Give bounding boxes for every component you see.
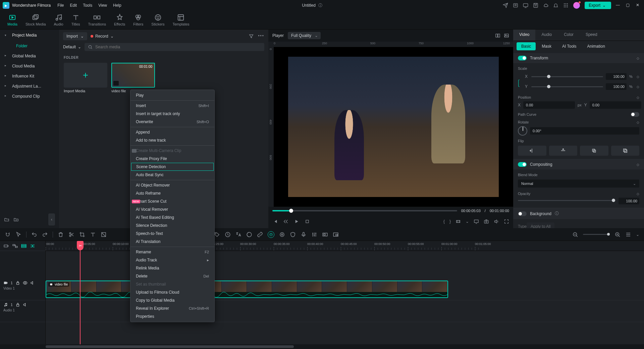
info-icon[interactable]: ⓘ	[555, 211, 559, 216]
ctx-item[interactable]: Copy to Global Media	[130, 296, 214, 304]
ctx-item[interactable]: Upload to Filmora Cloud	[130, 288, 214, 296]
tab-filters[interactable]: Filters	[130, 12, 146, 28]
subtab-basic[interactable]: Basic	[517, 42, 536, 50]
sidebar-item-global[interactable]: ▸Global Media	[0, 51, 59, 61]
scrub-handle[interactable]	[289, 209, 293, 213]
ctx-item[interactable]: AI Object Remover	[130, 181, 214, 189]
media-clip-thumbnail[interactable]: 00:01:00	[111, 63, 155, 88]
close-icon[interactable]: ✕	[636, 3, 641, 8]
display-icon[interactable]	[523, 3, 528, 8]
collapse-sidebar-button[interactable]: ‹	[48, 213, 55, 226]
lock-icon[interactable]	[15, 302, 20, 307]
view-mode-icon[interactable]	[625, 232, 631, 238]
zoom-slider[interactable]	[583, 234, 610, 235]
ctx-item[interactable]: Silence Detection	[130, 221, 214, 230]
mic-icon[interactable]	[301, 232, 307, 238]
ctx-item[interactable]: Create Proxy File	[130, 155, 214, 163]
snapshot-icon[interactable]	[484, 219, 489, 224]
mark-in-icon[interactable]: {	[443, 219, 445, 224]
magnet-icon[interactable]	[5, 232, 11, 238]
inspector-tab-video[interactable]: Video	[513, 30, 535, 41]
ctx-item[interactable]: AI Vocal Remover	[130, 205, 214, 213]
color-icon[interactable]	[246, 232, 252, 238]
opacity-slider[interactable]	[518, 200, 615, 201]
import-dropdown[interactable]: Import⌄	[63, 32, 87, 40]
position-x-input[interactable]	[523, 101, 575, 109]
volume-icon[interactable]	[494, 219, 499, 224]
sidebar-item-cloud[interactable]: ▸Cloud Media	[0, 61, 59, 71]
sidebar-item-compound[interactable]: ▸Compound Clip	[0, 91, 59, 101]
translate-icon[interactable]	[235, 232, 241, 238]
menu-view[interactable]: View	[98, 3, 107, 8]
settings-caret-icon[interactable]: ⌄	[466, 219, 469, 224]
apps-icon[interactable]	[563, 3, 569, 8]
ctx-item[interactable]: AI Text Based Editing	[130, 213, 214, 221]
picture-icon[interactable]	[504, 33, 509, 38]
clip-settings-icon[interactable]	[455, 219, 461, 224]
ctx-item[interactable]: NEWSmart Scene Cut	[130, 197, 214, 205]
keyframe-icon[interactable]: ◇	[637, 75, 639, 79]
compositing-header[interactable]: Compositing ◇	[513, 159, 644, 169]
save-icon[interactable]	[533, 3, 538, 8]
ctx-item[interactable]: Append	[130, 128, 214, 136]
mixer-icon[interactable]	[311, 232, 317, 238]
target-icon[interactable]	[279, 232, 285, 238]
tab-audio[interactable]: Audio	[51, 12, 66, 28]
prev-frame-icon[interactable]	[272, 219, 278, 224]
ctx-item[interactable]: InsertShift+I	[130, 102, 214, 110]
timeline-clip[interactable]: video file	[46, 281, 448, 298]
info-icon[interactable]: ⓘ	[318, 3, 322, 8]
audio-track-header[interactable]: 1 Audio 1	[0, 300, 45, 322]
flip-copy-button[interactable]	[580, 146, 608, 156]
search-field[interactable]	[85, 43, 264, 51]
link-icon[interactable]	[518, 78, 523, 88]
position-y-input[interactable]	[590, 101, 641, 109]
keyframe-icon[interactable]: ◇	[637, 56, 639, 60]
text-icon[interactable]	[90, 232, 96, 238]
track-lock-icon[interactable]	[21, 243, 27, 249]
face-track-icon[interactable]	[268, 231, 274, 238]
pip-icon[interactable]	[333, 232, 339, 238]
scale-x-input[interactable]	[606, 73, 627, 80]
ctx-item[interactable]: Insert in target track only	[130, 110, 214, 118]
track-sync-icon[interactable]	[30, 243, 36, 249]
subtab-mask[interactable]: Mask	[537, 42, 556, 50]
export-button[interactable]: Export⌄	[585, 2, 611, 9]
ctx-item[interactable]: Play	[130, 91, 214, 99]
ctx-item[interactable]: DeleteDel	[130, 272, 214, 280]
chevron-down-icon[interactable]: ⌄	[636, 232, 639, 237]
search-input[interactable]	[95, 45, 261, 49]
fullscreen-icon[interactable]	[504, 219, 509, 224]
cloud-icon[interactable]	[543, 3, 548, 8]
apply-all-button[interactable]: Apply to All	[527, 222, 554, 228]
scrub-bar[interactable]	[272, 210, 457, 211]
bell-icon[interactable]	[553, 3, 558, 8]
menu-edit[interactable]: Edit	[70, 3, 77, 8]
ctx-item[interactable]: Scene Detection	[131, 163, 214, 171]
compositing-toggle[interactable]	[518, 162, 527, 167]
ctx-item[interactable]: OverwriteShift+O	[130, 118, 214, 126]
rotate-input[interactable]	[530, 127, 639, 135]
delete-icon[interactable]	[58, 232, 64, 238]
scale-y-slider[interactable]	[531, 86, 603, 87]
playhead[interactable]	[80, 241, 80, 344]
tag-icon[interactable]	[214, 232, 220, 238]
mark-out-icon[interactable]: }	[449, 219, 451, 224]
link-tool-icon[interactable]	[257, 232, 263, 238]
mute-icon[interactable]	[30, 281, 35, 285]
pathcurve-toggle[interactable]	[631, 112, 639, 117]
filter-icon[interactable]	[249, 34, 254, 39]
viewer[interactable]	[274, 47, 513, 207]
keyframe-icon[interactable]: ◇	[637, 163, 639, 166]
menu-help[interactable]: Help	[113, 3, 121, 8]
blend-mode-select[interactable]: Normal	[518, 180, 639, 188]
undo-icon[interactable]	[31, 232, 37, 238]
scale-x-slider[interactable]	[531, 76, 603, 77]
send-icon[interactable]	[503, 3, 508, 8]
subtab-animation[interactable]: Animation	[582, 42, 609, 50]
sidebar-item-adjustment[interactable]: ▸Adjustment La...	[0, 81, 59, 91]
menu-tools[interactable]: Tools	[83, 3, 92, 8]
ctx-item[interactable]: Reveal In ExplorerCtrl+Shift+R	[130, 304, 214, 312]
ctx-item[interactable]: Properties	[130, 312, 214, 320]
background-header[interactable]: Background ⓘ	[513, 208, 644, 219]
